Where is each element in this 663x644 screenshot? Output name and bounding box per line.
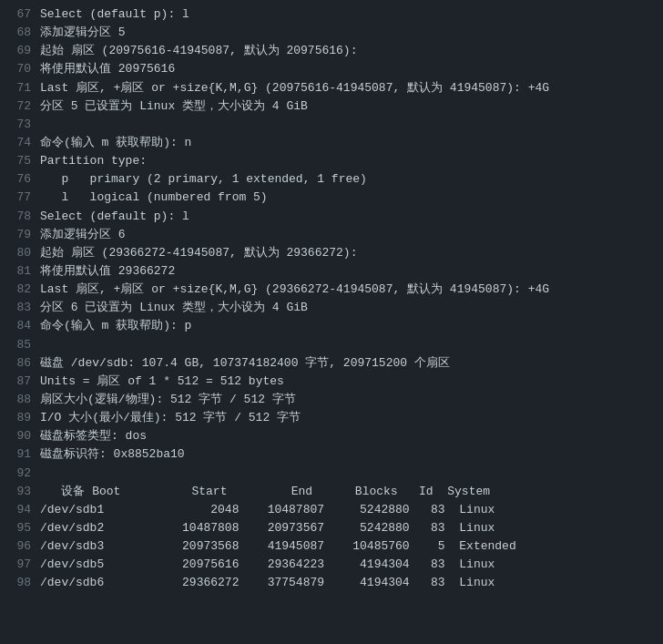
terminal-line: 84命令(输入 m 获取帮助): p [7,317,656,335]
terminal-line: 83分区 6 已设置为 Linux 类型，大小设为 4 GiB [7,299,656,317]
line-number: 77 [7,189,40,207]
terminal-line: 74命令(输入 m 获取帮助): n [7,134,656,152]
line-number: 74 [7,134,40,152]
line-number: 91 [7,445,40,464]
line-text: /dev/sdb6 29366272 37754879 4194304 83 L… [40,574,656,592]
line-number: 82 [7,281,40,299]
line-number: 94 [7,501,40,519]
line-text: Partition type: [40,152,656,170]
line-number: 96 [7,537,40,556]
line-text [40,336,656,354]
terminal-line: 98/dev/sdb6 29366272 37754879 4194304 83… [7,574,656,592]
line-number: 93 [7,483,40,501]
terminal-line: 82Last 扇区, +扇区 or +size{K,M,G} (29366272… [7,281,656,299]
line-number: 86 [7,354,40,373]
line-text: Last 扇区, +扇区 or +size{K,M,G} (20975616-4… [40,79,656,97]
line-number: 84 [7,317,40,335]
terminal-line: 96/dev/sdb3 20973568 41945087 10485760 5… [7,537,656,556]
terminal-line: 80起始 扇区 (29366272-41945087, 默认为 29366272… [7,244,656,262]
line-number: 73 [7,116,40,134]
line-number: 69 [7,42,40,60]
line-number: 95 [7,519,40,537]
terminal-line: 78Select (default p): l [7,208,656,226]
terminal-window: 67Select (default p): l68添加逻辑分区 569起始 扇区… [0,0,663,644]
terminal-line: 91磁盘标识符: 0x8852ba10 [7,445,656,464]
terminal-line: 70将使用默认值 20975616 [7,60,656,78]
line-text: 添加逻辑分区 6 [40,226,656,244]
line-number: 90 [7,427,40,445]
line-text: 分区 6 已设置为 Linux 类型，大小设为 4 GiB [40,299,656,317]
line-text: /dev/sdb2 10487808 20973567 5242880 83 L… [40,519,656,537]
line-number: 85 [7,336,40,354]
terminal-line: 68添加逻辑分区 5 [7,24,656,42]
terminal-line: 69起始 扇区 (20975616-41945087, 默认为 20975616… [7,42,656,60]
line-number: 83 [7,299,40,317]
line-text [40,465,656,483]
line-number: 76 [7,170,40,189]
line-number: 71 [7,79,40,97]
line-text: 将使用默认值 20975616 [40,60,656,78]
line-number: 92 [7,465,40,483]
terminal-line: 87Units = 扇区 of 1 * 512 = 512 bytes [7,373,656,391]
terminal-line: 86磁盘 /dev/sdb: 107.4 GB, 107374182400 字节… [7,354,656,373]
line-number: 89 [7,409,40,427]
line-number: 81 [7,262,40,281]
line-text: I/O 大小(最小/最佳): 512 字节 / 512 字节 [40,409,656,427]
line-text: Units = 扇区 of 1 * 512 = 512 bytes [40,373,656,391]
line-number: 78 [7,208,40,226]
terminal-line: 77 l logical (numbered from 5) [7,189,656,207]
line-text: Last 扇区, +扇区 or +size{K,M,G} (29366272-4… [40,281,656,299]
line-text: Select (default p): l [40,208,656,226]
line-text: l logical (numbered from 5) [40,189,656,207]
terminal-line: 73 [7,116,656,134]
line-text: 分区 5 已设置为 Linux 类型，大小设为 4 GiB [40,97,656,116]
line-text: 命令(输入 m 获取帮助): p [40,317,656,335]
line-number: 88 [7,391,40,409]
line-text: /dev/sdb5 20975616 29364223 4194304 83 L… [40,556,656,574]
line-number: 98 [7,574,40,592]
line-text: p primary (2 primary, 1 extended, 1 free… [40,170,656,189]
line-number: 72 [7,97,40,116]
terminal-line: 79添加逻辑分区 6 [7,226,656,244]
terminal-line: 88扇区大小(逻辑/物理): 512 字节 / 512 字节 [7,391,656,409]
terminal-line: 92 [7,465,656,483]
line-text: 起始 扇区 (20975616-41945087, 默认为 20975616): [40,42,656,60]
line-text: 命令(输入 m 获取帮助): n [40,134,656,152]
line-text: /dev/sdb1 2048 10487807 5242880 83 Linux [40,501,656,519]
terminal-line: 72分区 5 已设置为 Linux 类型，大小设为 4 GiB [7,97,656,116]
line-text: Select (default p): l [40,5,656,24]
line-number: 75 [7,152,40,170]
terminal-line: 67Select (default p): l [7,5,656,24]
line-number: 68 [7,24,40,42]
line-text: 添加逻辑分区 5 [40,24,656,42]
line-number: 67 [7,5,40,24]
terminal-line: 90磁盘标签类型: dos [7,427,656,445]
terminal-line: 97/dev/sdb5 20975616 29364223 4194304 83… [7,556,656,574]
line-text [40,116,656,134]
line-text: /dev/sdb3 20973568 41945087 10485760 5 E… [40,537,656,556]
terminal-line: 85 [7,336,656,354]
line-text: 磁盘 /dev/sdb: 107.4 GB, 107374182400 字节, … [40,354,656,373]
line-text: 将使用默认值 29366272 [40,262,656,281]
terminal-line: 75Partition type: [7,152,656,170]
terminal-line: 89I/O 大小(最小/最佳): 512 字节 / 512 字节 [7,409,656,427]
terminal-line: 93 设备 Boot Start End Blocks Id System [7,483,656,501]
line-number: 87 [7,373,40,391]
line-number: 79 [7,226,40,244]
terminal-line: 95/dev/sdb2 10487808 20973567 5242880 83… [7,519,656,537]
line-number: 97 [7,556,40,574]
line-text: 扇区大小(逻辑/物理): 512 字节 / 512 字节 [40,391,656,409]
line-text: 设备 Boot Start End Blocks Id System [40,483,656,501]
line-number: 80 [7,244,40,262]
line-text: 磁盘标识符: 0x8852ba10 [40,445,656,464]
line-text: 起始 扇区 (29366272-41945087, 默认为 29366272): [40,244,656,262]
terminal-line: 94/dev/sdb1 2048 10487807 5242880 83 Lin… [7,501,656,519]
line-text: 磁盘标签类型: dos [40,427,656,445]
line-number: 70 [7,60,40,78]
terminal-line: 81将使用默认值 29366272 [7,262,656,281]
terminal-line: 71Last 扇区, +扇区 or +size{K,M,G} (20975616… [7,79,656,97]
terminal-line: 76 p primary (2 primary, 1 extended, 1 f… [7,170,656,189]
